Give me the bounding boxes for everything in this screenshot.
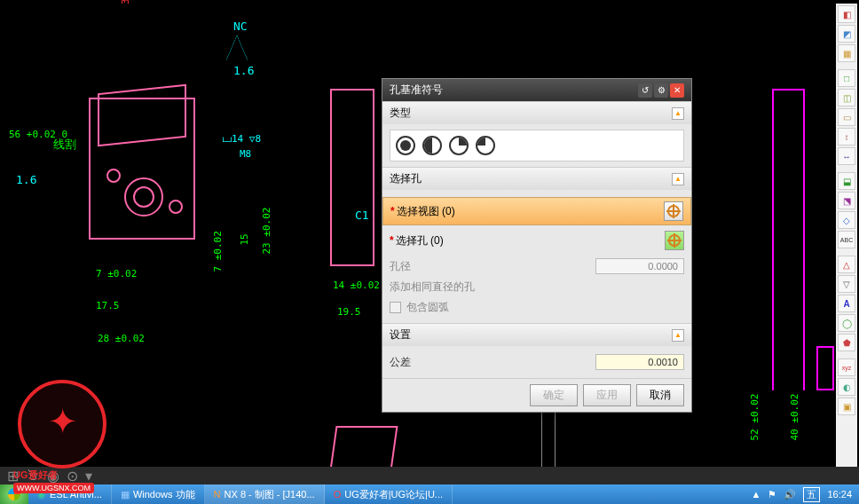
- dim-40: 40 ±0.02: [789, 394, 800, 441]
- diameter-field: 孔径: [390, 256, 684, 277]
- tool-icon-2[interactable]: ◩: [838, 25, 855, 43]
- cancel-button[interactable]: 取消: [636, 384, 684, 406]
- tolerance-label: 公差: [390, 355, 411, 370]
- chevron-up-icon[interactable]: ▲: [672, 107, 684, 120]
- label-1-6a: 1.6: [233, 64, 254, 77]
- section-select-header[interactable]: 选择孔 ▲: [382, 168, 691, 190]
- dim-175: 17.5: [96, 300, 120, 311]
- task-item-nx[interactable]: N NX 8 - 制图 - [J140...: [205, 484, 325, 504]
- include-arcs-checkbox[interactable]: [390, 302, 401, 313]
- tool-abc-icon[interactable]: ABC: [838, 231, 855, 248]
- tray-flag-icon[interactable]: ⚑: [768, 489, 776, 500]
- datum-type-half-icon[interactable]: [422, 136, 442, 155]
- section-select-hole: 选择孔 ▲ *选择视图 (0) *选择孔 (0) 孔径 添加相同直径的孔 包含圆…: [382, 167, 691, 323]
- dialog-titlebar[interactable]: 孔基准符号 ↺ ⚙ ✕: [382, 79, 691, 101]
- datum-type-quarter2-icon[interactable]: [476, 136, 495, 155]
- section-type-label: 类型: [390, 106, 411, 121]
- chevron-up-icon[interactable]: ▲: [672, 329, 684, 342]
- label-nc: NC: [233, 20, 248, 33]
- tray-chevron-icon[interactable]: ▲: [752, 489, 761, 500]
- dim-3-09: 3 0+0.9: [120, 0, 131, 4]
- select-view-button[interactable]: [664, 201, 683, 221]
- dim-28: 28 ±0.02: [98, 333, 145, 344]
- tool-icon-5[interactable]: ◫: [838, 89, 855, 106]
- dim-23: 23 ±0.02: [261, 208, 272, 255]
- dim-56: 56 +0.02 0: [9, 129, 67, 140]
- tool-a-icon[interactable]: A: [838, 295, 855, 312]
- tool-icon-17[interactable]: ▣: [838, 398, 855, 415]
- required-asterisk: *: [390, 234, 394, 247]
- apply-button[interactable]: 应用: [583, 384, 631, 406]
- cad-line-r2: [772, 89, 774, 390]
- hole-datum-dialog: 孔基准符号 ↺ ⚙ ✕ 类型 ▲ 选择孔 ▲ *选择视图 (0): [382, 78, 692, 413]
- tool-icon-7[interactable]: ↕: [838, 128, 855, 146]
- chevron-up-icon[interactable]: ▲: [672, 173, 684, 185]
- control-panel-icon: ▦: [121, 489, 130, 500]
- tool-xyz-icon[interactable]: xyz: [838, 358, 855, 376]
- select-view-label: 选择视图 (0): [397, 205, 455, 217]
- label-m8depth: ⌴14 ▽8: [222, 133, 261, 145]
- section-type-header[interactable]: 类型 ▲: [382, 102, 691, 124]
- tray-volume-icon[interactable]: 🔊: [784, 489, 796, 500]
- watermark-url: WWW.UGSNX.COM: [13, 483, 94, 493]
- tolerance-input[interactable]: [595, 354, 684, 370]
- type-icon-group: [390, 130, 684, 161]
- dim-7: 7 ±0.02: [96, 268, 137, 280]
- task-item-browser[interactable]: O UG爱好者|UG论坛|U...: [325, 484, 453, 504]
- tool-icon-13[interactable]: ▽: [838, 275, 855, 293]
- tool-icon-3[interactable]: ▦: [838, 44, 855, 62]
- required-asterisk: *: [390, 205, 395, 217]
- logo-person-icon: ✦: [48, 401, 78, 442]
- cad-line-r1: [772, 89, 804, 91]
- tool-icon-15[interactable]: ⬟: [838, 334, 855, 351]
- label-c1: C1: [355, 209, 369, 222]
- tool-icon-8[interactable]: ↔: [838, 147, 855, 165]
- diameter-input[interactable]: [595, 258, 684, 274]
- tool-icon-10[interactable]: ⬔: [838, 192, 855, 209]
- task-item-windows[interactable]: ▦ Windows 功能: [112, 484, 205, 504]
- section-settings-header[interactable]: 设置 ▲: [382, 324, 691, 346]
- dialog-footer: 确定 应用 取消: [382, 378, 691, 412]
- right-toolbar: ◧ ◩ ▦ □ ◫ ▭ ↕ ↔ ⬓ ⬔ ◇ ABC △ ▽ A ◯ ⬟ xyz …: [836, 4, 857, 479]
- include-arcs-row[interactable]: 包含圆弧: [390, 297, 684, 318]
- surface-finish-1: [226, 35, 248, 60]
- tool-icon-12[interactable]: △: [838, 256, 855, 273]
- tray-ime-indicator[interactable]: 五: [803, 487, 820, 502]
- section-settings: 设置 ▲ 公差: [382, 323, 691, 378]
- section-select-label: 选择孔: [390, 171, 422, 186]
- select-hole-button[interactable]: [665, 231, 684, 250]
- cad-circle-1b: [133, 186, 154, 208]
- ok-button[interactable]: 确定: [530, 384, 578, 406]
- task-label-3: NX 8 - 制图 - [J140...: [225, 488, 315, 501]
- label-1-6b: 1.6: [16, 173, 36, 186]
- dialog-close-icon[interactable]: ✕: [670, 83, 684, 98]
- diameter-label: 孔径: [390, 259, 411, 274]
- cad-part-1-top: [98, 84, 186, 147]
- tray-clock[interactable]: 16:24: [827, 489, 852, 500]
- tool-icon-1[interactable]: ◧: [838, 5, 855, 23]
- watermark-logo: ✦ UG爱好者 WWW.UGSNX.COM: [18, 380, 115, 477]
- system-tray: ▲ ⚑ 🔊 五 16:24: [745, 484, 859, 504]
- dialog-settings-icon[interactable]: ⚙: [654, 83, 668, 98]
- cad-part-2: [330, 89, 374, 266]
- select-hole-row[interactable]: *选择孔 (0): [382, 227, 691, 254]
- nx-icon: N: [214, 489, 221, 500]
- tool-icon-6[interactable]: ▭: [838, 108, 855, 126]
- tool-icon-9[interactable]: ⬓: [838, 172, 855, 190]
- dialog-reset-icon[interactable]: ↺: [638, 83, 652, 98]
- tool-icon-16[interactable]: ◐: [838, 378, 855, 396]
- status-bar: ⊞ 🖱 ◉ ⊙ ▾: [0, 467, 859, 484]
- tool-icon-14[interactable]: ◯: [838, 314, 855, 332]
- task-label-2: Windows 功能: [133, 488, 195, 501]
- tool-icon-4[interactable]: □: [838, 69, 855, 87]
- dim-14: 14 ±0.02: [333, 280, 380, 291]
- datum-type-full-icon[interactable]: [396, 136, 415, 155]
- dim-15: 15: [239, 233, 250, 245]
- cad-circle-3: [169, 200, 183, 214]
- opera-icon: O: [334, 489, 342, 500]
- datum-type-quarter1-icon[interactable]: [449, 136, 469, 155]
- select-view-row[interactable]: *选择视图 (0): [382, 197, 691, 225]
- add-same-dia-label: 添加相同直径的孔: [390, 280, 475, 295]
- cad-circle-2: [106, 169, 121, 183]
- tool-icon-11[interactable]: ◇: [838, 211, 855, 229]
